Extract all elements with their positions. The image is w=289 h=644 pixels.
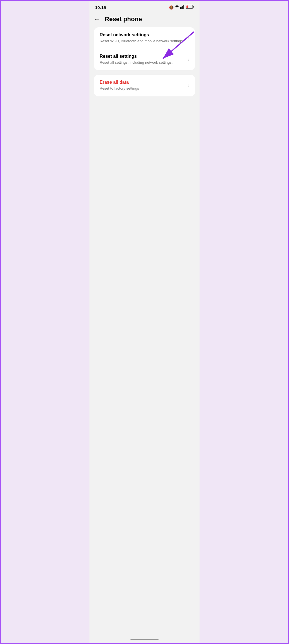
home-indicator [130, 639, 159, 640]
reset-all-text: Reset all settings Reset all settings, i… [100, 54, 186, 65]
erase-all-subtitle: Reset to factory settings [100, 86, 186, 91]
reset-all-settings-item[interactable]: Reset all settings Reset all settings, i… [94, 49, 195, 70]
reset-network-settings-item[interactable]: Reset network settings Reset Wi-Fi, Blue… [94, 27, 195, 49]
reset-network-text: Reset network settings Reset Wi-Fi, Blue… [100, 32, 186, 44]
chevron-right-icon: › [188, 57, 189, 62]
status-bar: 10:15 🔕 [89, 1, 200, 12]
erase-all-data-item[interactable]: Erase all data Reset to factory settings… [94, 75, 195, 96]
reset-network-subtitle: Reset Wi-Fi, Bluetooth and mobile networ… [100, 39, 186, 44]
svg-rect-0 [180, 7, 181, 9]
mute-icon: 🔕 [169, 5, 174, 10]
svg-rect-3 [183, 5, 184, 9]
svg-rect-6 [187, 6, 188, 8]
status-icons: 🔕 [169, 5, 194, 10]
svg-rect-2 [182, 6, 183, 9]
phone-frame: 10:15 🔕 [89, 1, 200, 643]
battery-icon [186, 5, 194, 10]
erase-card: Erase all data Reset to factory settings… [94, 75, 195, 96]
chevron-right-icon: › [188, 36, 189, 41]
header: ← Reset phone [89, 12, 200, 27]
reset-all-subtitle: Reset all settings, including network se… [100, 60, 186, 65]
erase-all-title: Erase all data [100, 80, 186, 85]
status-time: 10:15 [95, 5, 106, 10]
erase-all-text: Erase all data Reset to factory settings [100, 80, 186, 91]
wifi-icon [175, 5, 179, 10]
reset-network-title: Reset network settings [100, 32, 186, 37]
back-button[interactable]: ← [94, 16, 100, 22]
signal-icon [180, 5, 185, 10]
reset-all-title: Reset all settings [100, 54, 186, 59]
page-title: Reset phone [105, 16, 142, 23]
chevron-right-icon: › [188, 83, 189, 88]
settings-card: Reset network settings Reset Wi-Fi, Blue… [94, 27, 195, 70]
content: Reset network settings Reset Wi-Fi, Blue… [89, 27, 200, 96]
svg-rect-5 [193, 6, 194, 8]
svg-rect-1 [181, 7, 182, 9]
